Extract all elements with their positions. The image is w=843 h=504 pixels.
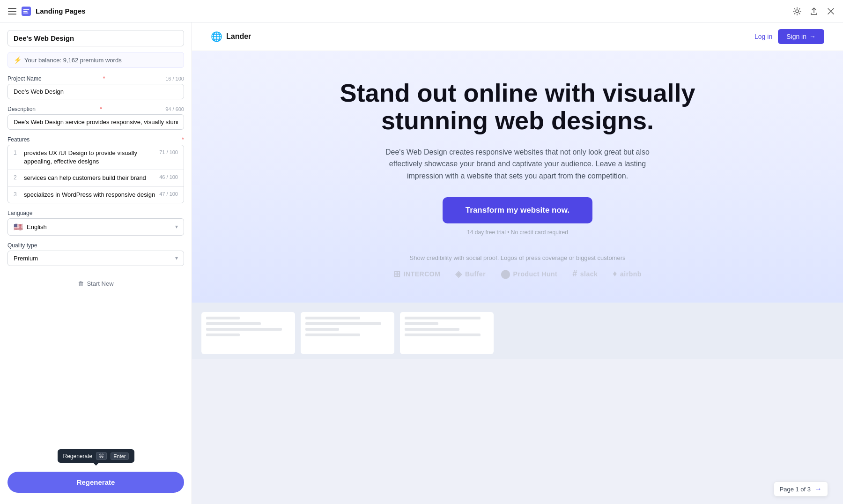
description-counter: 94 / 600	[165, 106, 184, 112]
lightning-icon: ⚡	[14, 56, 22, 64]
hero-subtitle: Dee's Web Design creates responsive webs…	[382, 146, 653, 182]
airbnb-icon: ♦	[613, 269, 617, 279]
page-thumb-3	[400, 312, 494, 354]
lander-nav-right: Log in Sign in →	[754, 29, 824, 44]
svg-rect-1	[8, 11, 16, 12]
quality-type-section: Quality type Premium ▾	[7, 242, 184, 266]
features-label: Features*	[7, 136, 184, 143]
thumb-line	[405, 328, 459, 331]
start-new-label: Start New	[87, 280, 113, 287]
quality-chevron-icon: ▾	[175, 255, 178, 261]
tooltip-arrow	[93, 463, 98, 466]
chevron-down-icon: ▾	[175, 223, 178, 230]
quality-type-label: Quality type	[7, 242, 184, 249]
thumb-line	[206, 317, 240, 319]
regenerate-button[interactable]: Regenerate	[7, 472, 184, 493]
page-thumb-2	[301, 312, 394, 354]
tooltip-cmd-key: ⌘	[96, 452, 107, 460]
topbar-title: Landing Pages	[36, 7, 86, 15]
menu-icon[interactable]	[7, 7, 17, 16]
thumb-line	[206, 328, 282, 331]
page-thumb-1	[201, 312, 295, 354]
svg-rect-6	[23, 12, 29, 13]
svg-point-7	[796, 10, 799, 13]
hero-section: Stand out online with visually stunning …	[192, 51, 843, 303]
feature-text-3: specializes in WordPress with responsive…	[24, 191, 155, 199]
hero-title: Stand out online with visually stunning …	[325, 79, 710, 135]
sidebar: Dee's Web Design ⚡ Your balance: 9,162 p…	[0, 22, 192, 504]
logos-row: ⊞ INTERCOM ◈ Buffer ⬤ Product Hunt # sla…	[393, 269, 642, 279]
feature-item-3[interactable]: 3 specializes in WordPress with responsi…	[8, 187, 184, 203]
thumb-line	[305, 317, 360, 319]
feature-num-1: 1	[14, 149, 20, 156]
feature-num-2: 2	[14, 174, 20, 181]
tooltip-enter-key: Enter	[111, 452, 128, 460]
feature-counter-3: 47 / 100	[159, 191, 178, 197]
language-select[interactable]: 🇺🇸 English ▾	[7, 218, 184, 236]
logo-airbnb: ♦ airbnb	[613, 269, 641, 279]
topbar-left: Landing Pages	[7, 7, 86, 16]
buffer-icon: ◈	[455, 269, 462, 279]
globe-icon: 🌐	[211, 31, 222, 42]
logo-producthunt: ⬤ Product Hunt	[501, 269, 557, 279]
thumb-line	[405, 322, 438, 325]
producthunt-icon: ⬤	[501, 269, 510, 279]
start-new-button[interactable]: 🗑 Start New	[7, 276, 184, 291]
lander-navbar: 🌐 Lander Log in Sign in →	[192, 22, 843, 51]
arrow-right-icon: →	[809, 33, 816, 40]
signin-button[interactable]: Sign in →	[778, 29, 824, 44]
page-nav-strip: Page 1 of 3 →	[774, 482, 828, 497]
cta-subtext: 14 day free trial • No credit card requi…	[467, 229, 568, 236]
thumb-line	[206, 334, 240, 336]
export-icon[interactable]	[809, 7, 819, 16]
feature-item-1[interactable]: 1 provides UX /UI Design to provide visu…	[8, 145, 184, 170]
feat-required-marker: *	[182, 136, 184, 143]
main-layout: Dee's Web Design ⚡ Your balance: 9,162 p…	[0, 22, 843, 504]
feature-num-3: 3	[14, 191, 20, 198]
required-marker: *	[103, 75, 105, 82]
thumb-line	[305, 322, 381, 325]
features-section: Features* 1 provides UX /UI Design to pr…	[7, 136, 184, 203]
language-section: Language 🇺🇸 English ▾	[7, 210, 184, 236]
intercom-icon: ⊞	[393, 269, 401, 279]
page-nav-label: Page 1 of 3	[780, 486, 811, 493]
feature-counter-2: 46 / 100	[159, 174, 178, 180]
slack-icon: #	[572, 269, 577, 279]
project-name-section: Project Name* 16 / 100	[7, 75, 184, 99]
svg-rect-4	[23, 9, 30, 10]
language-value: English	[27, 223, 171, 230]
app-logo-icon	[22, 7, 31, 16]
topbar: Landing Pages	[0, 0, 843, 22]
settings-icon[interactable]	[792, 7, 802, 16]
tooltip-label: Regenerate	[63, 453, 92, 460]
svg-rect-5	[23, 11, 28, 12]
description-input[interactable]	[7, 114, 184, 130]
topbar-right	[792, 7, 836, 16]
social-proof-label: Show credibility with social proof. Logo…	[410, 254, 626, 261]
language-label: Language	[7, 210, 184, 216]
feature-text-2: services can help customers build their …	[24, 174, 155, 182]
page-nav-next-arrow[interactable]: →	[814, 485, 822, 493]
thumb-line	[305, 328, 339, 331]
login-link[interactable]: Log in	[754, 33, 772, 40]
desc-required-marker: *	[100, 106, 102, 112]
page-strip	[192, 303, 843, 359]
feature-item-2[interactable]: 2 services can help customers build thei…	[8, 170, 184, 186]
thumb-line	[206, 322, 261, 325]
logo-buffer: ◈ Buffer	[455, 269, 486, 279]
logo-slack: # slack	[572, 269, 598, 279]
description-label: Description* 94 / 600	[7, 106, 184, 112]
preview-area: 🌐 Lander Log in Sign in → Stand out onli…	[192, 22, 843, 504]
quality-type-select[interactable]: Premium ▾	[7, 251, 184, 266]
cta-button[interactable]: Transform my website now.	[443, 197, 592, 223]
project-name-display: Dee's Web Design	[7, 30, 184, 46]
regenerate-tooltip: Regenerate ⌘ Enter	[57, 449, 134, 463]
project-name-counter: 16 / 100	[165, 76, 184, 82]
project-name-input[interactable]	[7, 84, 184, 99]
close-icon[interactable]	[826, 7, 836, 16]
logo-intercom: ⊞ INTERCOM	[393, 269, 440, 279]
thumb-line	[405, 317, 481, 319]
features-list: 1 provides UX /UI Design to provide visu…	[7, 145, 184, 203]
signin-label: Sign in	[786, 33, 806, 40]
lander-brand: 🌐 Lander	[211, 31, 251, 42]
